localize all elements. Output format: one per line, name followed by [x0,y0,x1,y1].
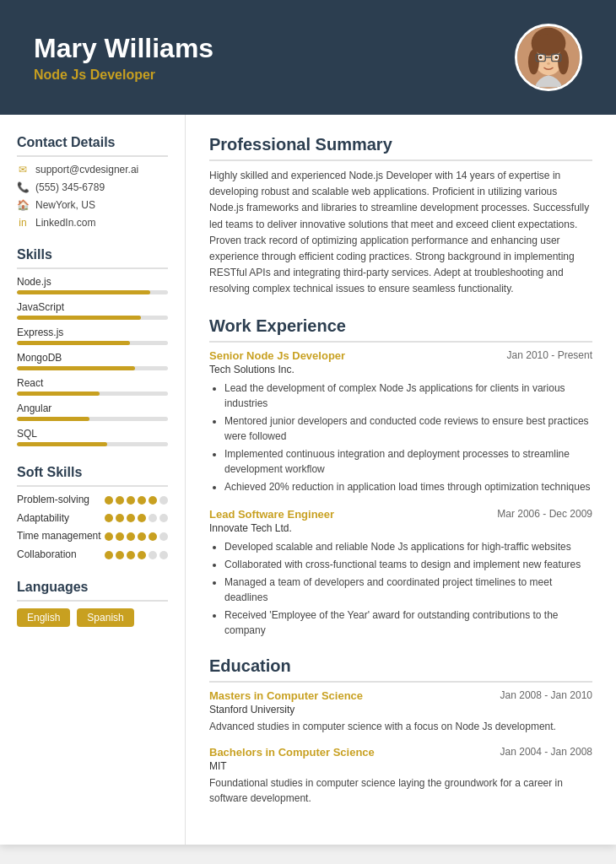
body: Contact Details ✉ support@cvdesigner.ai📞… [0,115,616,845]
svg-point-3 [528,50,539,75]
languages-title: Languages [17,580,168,602]
soft-skill-name: Adaptability [17,512,105,526]
skill-bar [17,442,168,446]
dot [159,551,168,559]
work-experience-section: Work Experience Senior Node Js Developer… [209,316,592,638]
contact-item: ✉ support@cvdesigner.ai [17,164,168,176]
dot [149,514,157,522]
soft-skill-item: Adaptability [17,512,168,526]
dots [105,551,168,559]
dots [105,532,168,541]
dot [105,514,113,522]
dot [105,551,113,559]
language-tag: English [17,608,70,627]
name: Mary Williams [34,32,213,64]
dot [105,532,113,541]
job-title: Node Js Developer [34,68,213,83]
soft-skills-list: Problem-solvingAdaptabilityTime manageme… [17,494,168,561]
skills-list: Node.js JavaScript Express.js MongoDB Re… [17,276,168,446]
edu-degree: Bachelors in Computer Science [209,746,375,759]
edu-header: Masters in Computer Science Jan 2008 - J… [209,689,592,702]
education-section: Education Masters in Computer Science Ja… [209,656,592,806]
education-title: Education [209,656,592,683]
svg-point-5 [533,34,565,56]
jobs-list: Senior Node Js Developer Jan 2010 - Pres… [209,349,592,638]
edu-school: Stanford University [209,704,592,716]
soft-skill-item: Collaboration [17,548,168,562]
skill-name: Angular [17,402,168,414]
main-content: Professional Summary Highly skilled and … [186,115,616,845]
resume: Mary Williams Node Js Developer [0,0,616,845]
skill-item: SQL [17,428,168,446]
soft-skill-item: Time management [17,530,168,543]
bullet: Mentored junior developers and conducted… [224,413,592,444]
contact-value: (555) 345-6789 [35,181,105,193]
avatar [515,24,582,91]
job-bullets: Developed scalable and reliable Node Js … [209,539,592,638]
header-info: Mary Williams Node Js Developer [34,32,213,83]
bullet: Collaborated with cross-functional teams… [224,557,592,572]
soft-skill-name: Time management [17,530,105,543]
svg-point-12 [554,56,558,59]
job-company: Innovate Tech Ltd. [209,522,592,534]
bullet: Received 'Employee of the Year' award fo… [224,608,592,638]
skill-name: React [17,377,168,389]
edu-description: Advanced studies in computer science wit… [209,719,592,734]
skill-fill [17,417,89,421]
dot [149,551,157,559]
language-tags: EnglishSpanish [17,608,168,627]
dot [116,496,124,505]
skill-bar [17,341,168,345]
skill-fill [17,290,150,294]
summary-section: Professional Summary Highly skilled and … [209,135,592,298]
contact-list: ✉ support@cvdesigner.ai📞 (555) 345-6789🏠… [17,164,168,229]
bullet: Lead the development of complex Node Js … [224,381,592,411]
skill-name: Node.js [17,276,168,288]
edu-description: Foundational studies in computer science… [209,775,592,806]
skill-item: Angular [17,402,168,421]
skill-fill [17,442,107,446]
skill-name: SQL [17,428,168,440]
dot [127,496,135,505]
soft-skills-title: Soft Skills [17,465,168,487]
skills-section: Skills Node.js JavaScript Express.js Mon… [17,247,168,446]
job-position: Senior Node Js Developer [209,349,345,362]
education-item: Bachelors in Computer Science Jan 2004 -… [209,746,592,806]
contact-item: 📞 (555) 345-6789 [17,181,168,193]
soft-skill-item: Problem-solving [17,494,168,507]
skill-fill [17,392,100,396]
job-date: Mar 2006 - Dec 2009 [497,508,592,520]
skill-fill [17,341,130,345]
edu-degree: Masters in Computer Science [209,689,363,702]
bullet: Implemented continuous integration and d… [224,446,592,477]
skill-fill [17,316,141,320]
soft-skills-section: Soft Skills Problem-solvingAdaptabilityT… [17,465,168,561]
job-bullets: Lead the development of complex Node Js … [209,381,592,494]
dot [149,496,157,505]
dot [138,551,146,559]
contact-icon: 🏠 [17,199,29,211]
language-tag: Spanish [77,608,133,627]
soft-skill-name: Collaboration [17,548,105,562]
contact-icon: in [17,217,29,229]
job-header: Lead Software Engineer Mar 2006 - Dec 20… [209,508,592,521]
dot [138,514,146,522]
job-item: Senior Node Js Developer Jan 2010 - Pres… [209,349,592,494]
dot [138,532,146,541]
skill-bar [17,316,168,320]
contact-icon: 📞 [17,181,29,193]
skill-bar [17,417,168,421]
contact-value: NewYork, US [35,199,95,211]
svg-point-4 [558,50,569,75]
svg-point-13 [547,62,550,65]
contact-title: Contact Details [17,135,168,157]
soft-skill-name: Problem-solving [17,494,105,507]
contact-section: Contact Details ✉ support@cvdesigner.ai📞… [17,135,168,229]
dots [105,496,168,505]
languages-section: Languages EnglishSpanish [17,580,168,627]
work-experience-title: Work Experience [209,316,592,343]
skill-fill [17,366,135,370]
skill-bar [17,290,168,294]
contact-value: LinkedIn.com [35,217,95,229]
dots [105,514,168,522]
